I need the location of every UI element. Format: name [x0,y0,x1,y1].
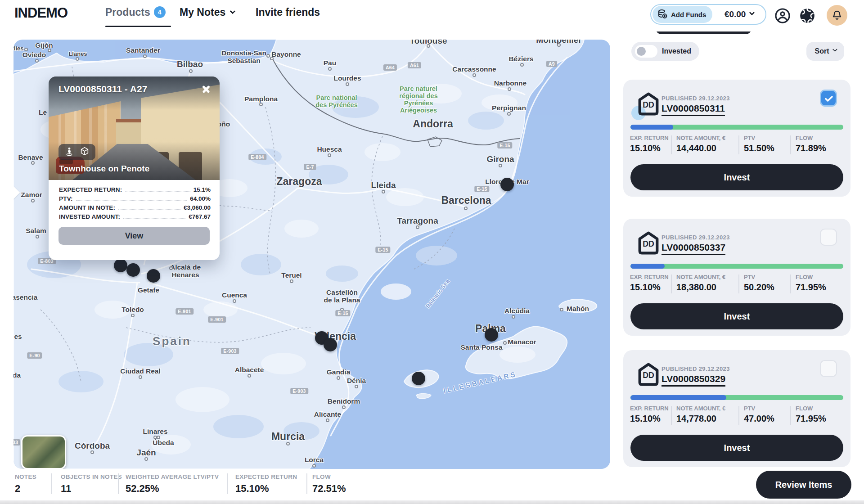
property-cluster-marker[interactable] [485,328,498,342]
balance-dropdown[interactable]: €0.00 [712,9,765,19]
invested-toggle[interactable]: Invested [631,42,699,61]
invest-button[interactable]: Invest [630,435,843,461]
map-label-béziers: Béziers [508,55,533,63]
stat-value: 50.20% [744,282,774,292]
city-dot [286,442,290,446]
map-label-girona: Girona [486,155,514,164]
card-stat: EXP. RETURN15.10% [630,274,669,292]
stat-divider [790,274,791,293]
stat-value: 64.00% [190,195,211,202]
city-dot [36,235,39,238]
city-dot [266,54,270,58]
city-dot [143,54,147,58]
road-badge: E-903 [221,348,239,354]
globe-icon[interactable] [797,6,817,26]
top-nav: INDEMO Products4 My Notes Invite friends… [0,0,864,32]
map-label-úbeda: Úbeda [153,439,174,446]
toggle-switch[interactable] [635,45,657,58]
property-cluster-marker[interactable] [500,178,514,191]
city-dot [499,164,502,167]
property-cluster-marker[interactable] [114,259,127,272]
city-dot [312,464,316,468]
property-cluster-marker[interactable] [126,263,140,277]
road-badge: E-15 [474,186,489,192]
road-badge: E-15 [497,142,512,148]
stat-divider [738,406,739,425]
stat-label: PTV [744,274,774,280]
road-badge: E-901 [176,308,194,315]
stat-value: 18,380.00 [676,282,725,292]
city-dot [472,73,476,77]
stat-label: FLOW [796,405,826,412]
stat-divider [671,274,672,293]
account-icon[interactable] [773,6,792,26]
card-stat: EXP. RETURN15.10% [630,135,669,153]
invest-button[interactable]: Invest [630,164,843,190]
map-label-es: es [14,333,22,340]
invest-button-partial[interactable] [656,32,752,34]
3d-cube-icon[interactable] [80,146,90,158]
city-dot [355,385,358,388]
note-checkbox[interactable] [820,229,837,246]
funding-progress-fill [630,125,673,130]
map-label-pau: Pau [324,59,336,67]
map-label-lleida: Lleida [371,181,396,190]
city-dot [328,153,331,157]
property-cluster-marker[interactable] [324,338,337,351]
stat-value: 72.51% [312,483,346,495]
stat-value: 15.10% [630,143,669,153]
city-dot [326,418,329,422]
window-scroll-strip [0,500,864,504]
stat-value: 47.00% [744,414,774,424]
add-funds-button[interactable]: Add Funds [652,6,712,23]
map-label-llanes: Llanes [68,51,87,57]
popup-stat-row: INVESTED AMOUNT:€767.67 [59,213,211,220]
map-label-linares: Linares [143,428,167,435]
toggle-knob [637,47,646,56]
stat-label: EXP. RETURN [630,274,669,280]
map-label-spain: Spain [153,335,191,348]
card-stat: PTV51.50% [744,135,774,153]
stat-value: 15.10% [630,414,669,424]
map-label-manacor: Manacor [508,338,536,346]
bell-icon[interactable] [827,5,847,26]
svg-text:DD: DD [643,100,654,109]
stat-label: NOTE AMOUNT, € [676,405,725,412]
nav-tab-my-notes[interactable]: My Notes [180,6,234,18]
property-cluster-marker[interactable] [412,372,425,385]
review-items-button[interactable]: Review Items [756,471,851,499]
city-dot [382,190,385,194]
property-cluster-marker[interactable] [147,269,160,283]
stat-value: 15.10% [630,282,669,292]
stat-value: €767.67 [189,213,211,220]
note-checkbox[interactable] [820,90,837,107]
note-id-link[interactable]: LV0000850311 [662,103,725,116]
map-canvas[interactable]: GijónOviedovilesLlanesSantanderBilbaoDon… [14,40,610,469]
satellite-thumbnail[interactable] [21,435,66,469]
close-icon[interactable] [200,83,212,95]
note-id-link[interactable]: LV0000850329 [662,374,725,387]
note-id-link[interactable]: LV0000850337 [662,242,725,255]
view-button[interactable]: View [58,227,210,245]
city-dot [512,315,515,319]
sort-button[interactable]: Sort [806,42,844,61]
map-label-benave: Benave [18,153,43,161]
map-property-popup: LV0000850311 - A27 Townhouse on Penote E… [49,76,220,260]
map-label-lorca: Lorca [305,456,324,464]
stat-label: EXPECTED RETURN: [59,186,122,193]
nav-tab-products[interactable]: Products4 [105,6,166,18]
map-label-narbonne: Narbonne [494,79,526,87]
invested-toggle-label: Invested [662,47,691,55]
stat-label: FLOW [312,473,346,480]
city-dot [328,67,332,71]
city-dot [259,103,263,106]
stat-value: 51.50% [744,143,774,153]
dotted-leader [125,191,190,192]
street-view-icon[interactable] [64,146,74,158]
nav-tab-invite-friends[interactable]: Invite friends [256,6,320,18]
invest-button[interactable]: Invest [630,303,843,329]
card-stat: NOTE AMOUNT, €14,778.00 [676,405,725,424]
stat-label: EXP. RETURN [630,405,669,412]
note-checkbox[interactable] [820,360,837,377]
map-label-alcúdia: Alcúdia [504,307,530,315]
